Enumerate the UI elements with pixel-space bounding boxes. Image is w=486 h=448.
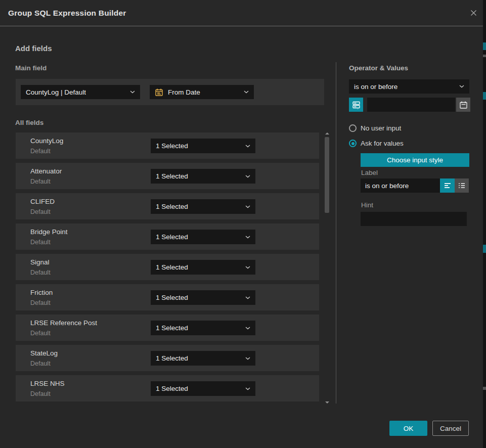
chevron-down-icon (245, 327, 250, 330)
date-picker-button[interactable] (456, 98, 470, 112)
edge-fleck (483, 42, 486, 50)
chevron-down-icon (245, 145, 250, 148)
chevron-down-icon (244, 91, 249, 94)
radio-icon (349, 124, 357, 132)
field-row: LRSE Reference Post Default 1 Selected (16, 315, 319, 341)
hint-input[interactable] (361, 212, 467, 226)
field-subtitle: Default (30, 208, 51, 215)
field-selection-value: 1 Selected (156, 385, 188, 392)
add-fields-heading: Add fields (15, 44, 52, 53)
field-selection-value: 1 Selected (156, 324, 188, 332)
ok-button[interactable]: OK (389, 421, 427, 436)
chevron-down-icon (245, 357, 250, 360)
close-icon (469, 9, 478, 17)
edge-fleck (483, 245, 486, 253)
field-subtitle: Default (30, 269, 51, 276)
field-selection-dropdown[interactable]: 1 Selected (151, 199, 255, 214)
list-style-button[interactable] (455, 178, 469, 193)
field-subtitle: Default (30, 178, 51, 185)
chevron-down-icon (245, 266, 250, 269)
bullet-list-icon (458, 182, 466, 190)
chevron-down-icon (245, 296, 250, 299)
field-name: Signal (30, 258, 50, 266)
close-button[interactable] (468, 8, 479, 18)
radio-label: No user input (361, 124, 401, 132)
field-selection-value: 1 Selected (156, 233, 188, 241)
field-subtitle: Default (30, 390, 51, 397)
field-selection-dropdown[interactable]: 1 Selected (151, 351, 255, 366)
field-selection-dropdown[interactable]: 1 Selected (151, 260, 255, 275)
radio-label: Ask for values (361, 140, 404, 147)
field-selection-dropdown[interactable]: 1 Selected (151, 290, 255, 305)
field-row: Attenuator Default 1 Selected (16, 163, 319, 189)
scrollbar-thumb[interactable] (325, 137, 329, 213)
calendar-icon (155, 88, 163, 97)
field-subtitle: Default (30, 360, 51, 367)
field-name: Friction (30, 289, 53, 296)
panel-divider (336, 62, 336, 404)
list-scrollbar[interactable] (325, 132, 329, 404)
chevron-down-icon (130, 91, 135, 94)
scroll-up-icon[interactable] (325, 132, 329, 135)
operator-value: is on or before (354, 83, 397, 91)
main-field-card: CountyLog | Default From Date (16, 79, 324, 105)
choose-input-style-button[interactable]: Choose input style (361, 153, 469, 167)
field-name: StateLog (30, 349, 58, 357)
field-selection-value: 1 Selected (156, 354, 188, 362)
field-selection-value: 1 Selected (156, 294, 188, 301)
text-style-button[interactable] (440, 178, 455, 193)
edge-fleck (483, 92, 486, 100)
field-row: CountyLog Default 1 Selected (16, 132, 319, 159)
field-selection-dropdown[interactable]: 1 Selected (151, 139, 255, 153)
field-selection-dropdown[interactable]: 1 Selected (151, 381, 255, 396)
field-selection-dropdown[interactable]: 1 Selected (151, 321, 255, 335)
edge-fleck (483, 55, 486, 57)
operator-dropdown[interactable]: is on or before (349, 79, 469, 94)
scroll-down-icon[interactable] (325, 401, 329, 404)
all-fields-heading: All fields (15, 119, 43, 126)
field-selection-value: 1 Selected (156, 263, 188, 271)
chevron-down-icon (245, 205, 250, 208)
main-field-date-dropdown[interactable]: From Date (150, 85, 254, 99)
background-app-edge (483, 0, 486, 448)
value-input[interactable] (367, 98, 455, 112)
field-name: Bridge Point (30, 228, 68, 236)
chevron-down-icon (245, 387, 250, 390)
field-subtitle: Default (30, 299, 51, 306)
field-row: LRSE NHS Default 1 Selected (16, 375, 319, 401)
field-name: CLIFED (30, 198, 55, 205)
field-row: Signal Default 1 Selected (16, 254, 319, 280)
label-caption: Label (361, 169, 378, 176)
radio-ask-for-values[interactable]: Ask for values (349, 140, 404, 147)
field-selection-value: 1 Selected (156, 203, 188, 210)
field-row: Friction Default 1 Selected (16, 284, 319, 310)
field-row: Bridge Point Default 1 Selected (16, 223, 319, 250)
chevron-down-icon (245, 236, 250, 239)
main-field-date-value: From Date (168, 88, 200, 96)
edge-fleck (483, 387, 486, 390)
chevron-down-icon (245, 175, 250, 178)
field-name: CountyLog (30, 137, 63, 145)
field-selection-value: 1 Selected (156, 172, 188, 180)
field-selection-dropdown[interactable]: 1 Selected (151, 230, 255, 244)
field-row: StateLog Default 1 Selected (16, 345, 319, 371)
unique-values-button[interactable] (349, 98, 363, 112)
align-left-icon (444, 182, 452, 190)
dialog-titlebar: Group SQL Expression Builder (0, 0, 483, 26)
field-name: Attenuator (30, 167, 62, 175)
main-field-source-dropdown[interactable]: CountyLog | Default (21, 85, 140, 99)
operator-values-heading: Operator & Values (349, 64, 408, 72)
cancel-button[interactable]: Cancel (432, 421, 469, 436)
field-subtitle: Default (30, 148, 51, 155)
field-name: LRSE NHS (30, 380, 65, 387)
radio-no-user-input[interactable]: No user input (349, 124, 401, 132)
field-name: LRSE Reference Post (30, 319, 97, 327)
dialog-title: Group SQL Expression Builder (8, 0, 126, 26)
hint-caption: Hint (361, 201, 373, 209)
main-field-source-value: CountyLog | Default (26, 88, 86, 96)
label-input[interactable] (361, 178, 440, 193)
field-subtitle: Default (30, 239, 51, 246)
field-row: CLIFED Default 1 Selected (16, 193, 319, 219)
field-selection-dropdown[interactable]: 1 Selected (151, 169, 255, 184)
calendar-icon (459, 101, 468, 109)
